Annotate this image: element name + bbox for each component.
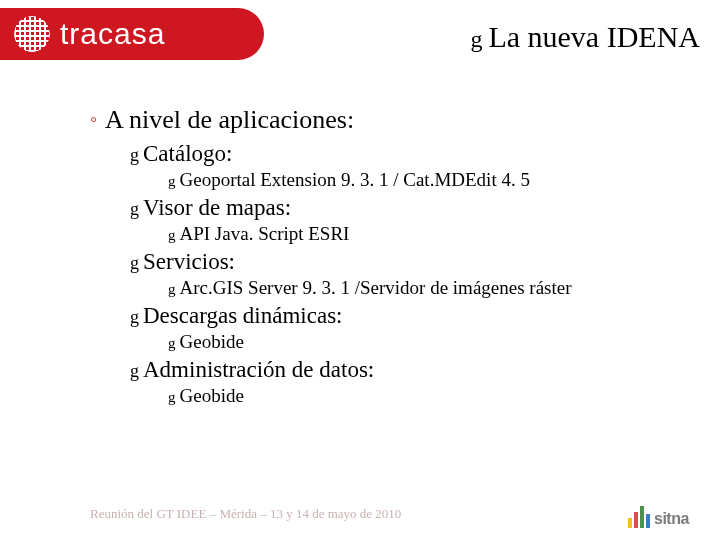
item-catalogo: gCatálogo: (130, 141, 700, 167)
sitna-text: sitna (654, 510, 689, 528)
item-visor-detail: gAPI Java. Script ESRI (168, 223, 700, 245)
globe-icon (14, 16, 50, 52)
sitna-logo: sitna (628, 488, 706, 528)
script-bullet-icon: g (130, 199, 139, 219)
logo: tracasa (0, 8, 264, 60)
item-servicios: gServicios: (130, 249, 700, 275)
slide-title: gLa nueva IDENA (300, 20, 700, 54)
item-label: Catálogo: (143, 141, 232, 166)
item-label: Administración de datos: (143, 357, 374, 382)
title-bullet-icon: g (470, 26, 482, 52)
item-admin: gAdministración de datos: (130, 357, 700, 383)
bullet-circle-icon: ◦ (90, 108, 97, 130)
script-bullet-icon: g (168, 389, 176, 405)
item-descargas: gDescargas dinámicas: (130, 303, 700, 329)
script-bullet-icon: g (168, 281, 176, 297)
item-detail: Geoportal Extension 9. 3. 1 / Cat.MDEdit… (180, 169, 530, 190)
sitna-bars-icon (628, 502, 650, 528)
item-label: Descargas dinámicas: (143, 303, 342, 328)
title-text: La nueva IDENA (488, 20, 700, 53)
footer-text: Reunión del GT IDEE – Mérida – 13 y 14 d… (90, 506, 401, 522)
item-detail: Arc.GIS Server 9. 3. 1 /Servidor de imág… (180, 277, 572, 298)
item-visor: gVisor de mapas: (130, 195, 700, 221)
item-label: Visor de mapas: (143, 195, 291, 220)
script-bullet-icon: g (168, 173, 176, 189)
item-descargas-detail: gGeobide (168, 331, 700, 353)
script-bullet-icon: g (130, 145, 139, 165)
item-detail: Geobide (180, 385, 244, 406)
script-bullet-icon: g (130, 253, 139, 273)
script-bullet-icon: g (168, 335, 176, 351)
logo-text: tracasa (60, 17, 165, 51)
heading-text: A nivel de aplicaciones: (105, 105, 354, 134)
content-body: ◦A nivel de aplicaciones: gCatálogo: gGe… (90, 105, 700, 409)
script-bullet-icon: g (168, 227, 176, 243)
heading-level1: ◦A nivel de aplicaciones: (90, 105, 700, 135)
item-detail: API Java. Script ESRI (180, 223, 350, 244)
item-catalogo-detail: gGeoportal Extension 9. 3. 1 / Cat.MDEdi… (168, 169, 700, 191)
item-servicios-detail: gArc.GIS Server 9. 3. 1 /Servidor de imá… (168, 277, 700, 299)
item-admin-detail: gGeobide (168, 385, 700, 407)
item-label: Servicios: (143, 249, 235, 274)
script-bullet-icon: g (130, 307, 139, 327)
script-bullet-icon: g (130, 361, 139, 381)
item-detail: Geobide (180, 331, 244, 352)
